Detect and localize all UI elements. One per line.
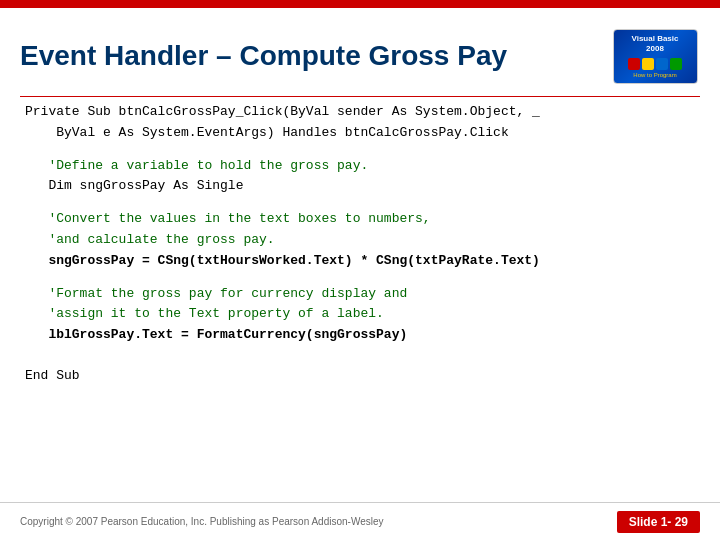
block-yellow [642,58,654,70]
slide-title: Event Handler – Compute Gross Pay [20,40,507,72]
logo-blocks [628,58,682,70]
end-sub-line: End Sub [25,368,695,383]
code-block: Private Sub btnCalcGrossPay_Click(ByVal … [25,102,695,346]
code-comment-4-1: 'Format the gross pay for currency displ… [25,284,695,305]
code-line-2-1: Dim sngGrossPay As Single [25,176,695,197]
end-sub-area: End Sub [0,363,720,388]
code-section-3: 'Convert the values in the text boxes to… [25,209,695,271]
code-section-1: Private Sub btnCalcGrossPay_Click(ByVal … [25,102,695,144]
code-comment-4-2: 'assign it to the Text property of a lab… [25,304,695,325]
block-green [670,58,682,70]
code-line-3-1: sngGrossPay = CSng(txtHoursWorked.Text) … [25,251,695,272]
code-comment-3-2: 'and calculate the gross pay. [25,230,695,251]
code-comment-3-1: 'Convert the values in the text boxes to… [25,209,695,230]
top-bar [0,0,720,8]
footer-copyright: Copyright © 2007 Pearson Education, Inc.… [20,516,384,527]
content-area: Private Sub btnCalcGrossPay_Click(ByVal … [0,97,720,363]
code-line-1-2: ByVal e As System.EventArgs) Handles btn… [25,123,695,144]
logo-subtext: How to Program [633,72,676,78]
footer-area: Copyright © 2007 Pearson Education, Inc.… [0,502,720,540]
code-comment-2-1: 'Define a variable to hold the gross pay… [25,156,695,177]
slide-container: Event Handler – Compute Gross Pay Visual… [0,0,720,540]
code-section-4: 'Format the gross pay for currency displ… [25,284,695,346]
block-red [628,58,640,70]
title-area: Event Handler – Compute Gross Pay Visual… [0,8,720,96]
code-line-1-1: Private Sub btnCalcGrossPay_Click(ByVal … [25,102,695,123]
logo-box: Visual Basic 2008 How to Program [613,29,698,84]
logo-area: Visual Basic 2008 How to Program [610,26,700,86]
block-blue [656,58,668,70]
code-section-2: 'Define a variable to hold the gross pay… [25,156,695,198]
footer-slide-number: Slide 1- 29 [617,511,700,533]
code-line-4-1: lblGrossPay.Text = FormatCurrency(sngGro… [25,325,695,346]
logo-text-top: Visual Basic 2008 [632,34,679,53]
